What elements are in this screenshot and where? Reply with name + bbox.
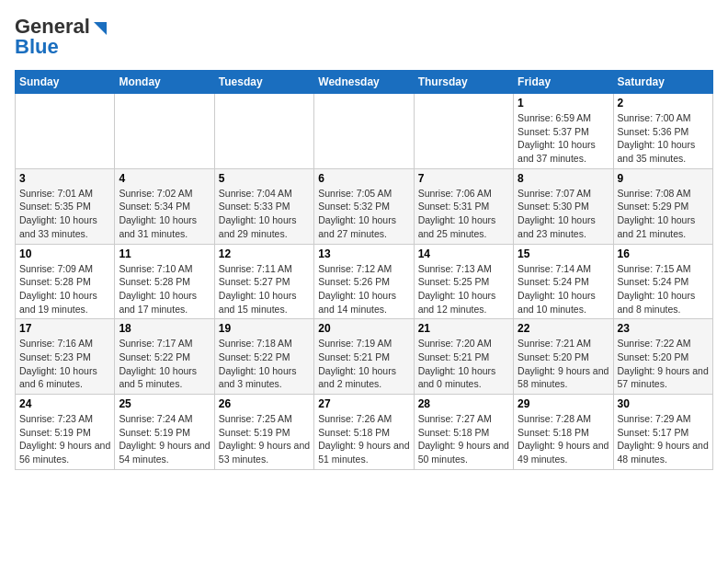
calendar-cell [16,94,115,169]
calendar-cell: 20Sunrise: 7:19 AM Sunset: 5:21 PM Dayli… [314,319,414,395]
calendar-cell: 12Sunrise: 7:11 AM Sunset: 5:27 PM Dayli… [214,244,313,319]
day-info: Sunrise: 6:59 AM Sunset: 5:37 PM Dayligh… [518,111,609,166]
calendar-cell: 15Sunrise: 7:14 AM Sunset: 5:24 PM Dayli… [514,244,613,319]
day-info: Sunrise: 7:27 AM Sunset: 5:18 PM Dayligh… [418,412,509,466]
day-number: 12 [219,247,310,260]
calendar-week-row: 1Sunrise: 6:59 AM Sunset: 5:37 PM Daylig… [16,94,713,169]
calendar-week-row: 10Sunrise: 7:09 AM Sunset: 5:28 PM Dayli… [16,244,713,319]
logo: General Blue [15,15,110,59]
calendar-day-header: Sunday [16,71,115,94]
logo-arrow-icon [90,18,110,39]
day-number: 14 [418,247,509,260]
day-info: Sunrise: 7:00 AM Sunset: 5:36 PM Dayligh… [618,111,709,166]
day-info: Sunrise: 7:01 AM Sunset: 5:35 PM Dayligh… [19,187,110,241]
calendar-cell: 3Sunrise: 7:01 AM Sunset: 5:35 PM Daylig… [16,168,115,244]
day-number: 6 [318,172,409,185]
calendar-cell: 17Sunrise: 7:16 AM Sunset: 5:23 PM Dayli… [16,319,115,395]
calendar-cell: 23Sunrise: 7:22 AM Sunset: 5:20 PM Dayli… [613,319,712,395]
day-number: 18 [119,322,210,335]
day-info: Sunrise: 7:07 AM Sunset: 5:30 PM Dayligh… [518,187,609,241]
day-info: Sunrise: 7:12 AM Sunset: 5:26 PM Dayligh… [318,262,409,316]
calendar-cell: 2Sunrise: 7:00 AM Sunset: 5:36 PM Daylig… [613,94,712,169]
day-number: 21 [418,322,509,335]
calendar-cell: 27Sunrise: 7:26 AM Sunset: 5:18 PM Dayli… [314,395,414,470]
day-info: Sunrise: 7:09 AM Sunset: 5:28 PM Dayligh… [19,262,110,316]
calendar-cell: 9Sunrise: 7:08 AM Sunset: 5:29 PM Daylig… [613,168,712,244]
calendar-cell: 13Sunrise: 7:12 AM Sunset: 5:26 PM Dayli… [314,244,414,319]
day-number: 26 [219,397,310,410]
day-info: Sunrise: 7:14 AM Sunset: 5:24 PM Dayligh… [518,262,609,316]
calendar-cell [414,94,513,169]
day-number: 7 [418,172,509,185]
calendar-week-row: 24Sunrise: 7:23 AM Sunset: 5:19 PM Dayli… [16,395,713,470]
logo-blue: Blue [15,35,59,59]
calendar-cell: 28Sunrise: 7:27 AM Sunset: 5:18 PM Dayli… [414,395,513,470]
day-info: Sunrise: 7:05 AM Sunset: 5:32 PM Dayligh… [318,187,409,241]
day-number: 25 [119,397,210,410]
calendar-cell: 4Sunrise: 7:02 AM Sunset: 5:34 PM Daylig… [115,168,214,244]
day-number: 16 [618,247,709,260]
calendar-cell: 25Sunrise: 7:24 AM Sunset: 5:19 PM Dayli… [115,395,214,470]
day-info: Sunrise: 7:10 AM Sunset: 5:28 PM Dayligh… [119,262,210,316]
day-number: 29 [518,397,609,410]
calendar-cell: 26Sunrise: 7:25 AM Sunset: 5:19 PM Dayli… [214,395,313,470]
calendar-cell: 19Sunrise: 7:18 AM Sunset: 5:22 PM Dayli… [214,319,313,395]
day-number: 17 [19,322,110,335]
day-number: 24 [19,397,110,410]
calendar-cell: 16Sunrise: 7:15 AM Sunset: 5:24 PM Dayli… [613,244,712,319]
day-number: 22 [518,322,609,335]
day-number: 4 [119,172,210,185]
day-info: Sunrise: 7:28 AM Sunset: 5:18 PM Dayligh… [518,412,609,466]
calendar-header-row: SundayMondayTuesdayWednesdayThursdayFrid… [16,71,713,94]
calendar-cell: 29Sunrise: 7:28 AM Sunset: 5:18 PM Dayli… [514,395,613,470]
day-number: 19 [219,322,310,335]
day-info: Sunrise: 7:08 AM Sunset: 5:29 PM Dayligh… [618,187,709,241]
day-info: Sunrise: 7:24 AM Sunset: 5:19 PM Dayligh… [119,412,210,466]
day-number: 1 [518,97,609,109]
calendar-day-header: Saturday [613,71,712,94]
day-info: Sunrise: 7:19 AM Sunset: 5:21 PM Dayligh… [318,337,409,391]
page-header: General Blue [15,15,713,59]
day-info: Sunrise: 7:11 AM Sunset: 5:27 PM Dayligh… [219,262,310,316]
calendar-cell: 22Sunrise: 7:21 AM Sunset: 5:20 PM Dayli… [514,319,613,395]
day-number: 15 [518,247,609,260]
calendar-cell: 5Sunrise: 7:04 AM Sunset: 5:33 PM Daylig… [214,168,313,244]
day-info: Sunrise: 7:06 AM Sunset: 5:31 PM Dayligh… [418,187,509,241]
day-info: Sunrise: 7:18 AM Sunset: 5:22 PM Dayligh… [219,337,310,391]
calendar-day-header: Thursday [414,71,513,94]
day-number: 27 [318,397,409,410]
calendar-day-header: Monday [115,71,214,94]
calendar-cell [214,94,313,169]
calendar-cell: 18Sunrise: 7:17 AM Sunset: 5:22 PM Dayli… [115,319,214,395]
day-info: Sunrise: 7:15 AM Sunset: 5:24 PM Dayligh… [618,262,709,316]
calendar-cell: 1Sunrise: 6:59 AM Sunset: 5:37 PM Daylig… [514,94,613,169]
day-info: Sunrise: 7:29 AM Sunset: 5:17 PM Dayligh… [618,412,709,466]
calendar-cell: 11Sunrise: 7:10 AM Sunset: 5:28 PM Dayli… [115,244,214,319]
day-number: 13 [318,247,409,260]
calendar-cell: 14Sunrise: 7:13 AM Sunset: 5:25 PM Dayli… [414,244,513,319]
day-info: Sunrise: 7:13 AM Sunset: 5:25 PM Dayligh… [418,262,509,316]
calendar-day-header: Wednesday [314,71,414,94]
calendar-week-row: 3Sunrise: 7:01 AM Sunset: 5:35 PM Daylig… [16,168,713,244]
day-number: 10 [19,247,110,260]
day-number: 11 [119,247,210,260]
calendar-table: SundayMondayTuesdayWednesdayThursdayFrid… [15,70,713,470]
day-info: Sunrise: 7:17 AM Sunset: 5:22 PM Dayligh… [119,337,210,391]
day-info: Sunrise: 7:21 AM Sunset: 5:20 PM Dayligh… [518,337,609,391]
day-number: 23 [618,322,709,335]
day-number: 3 [19,172,110,185]
day-info: Sunrise: 7:04 AM Sunset: 5:33 PM Dayligh… [219,187,310,241]
calendar-cell [314,94,414,169]
day-info: Sunrise: 7:16 AM Sunset: 5:23 PM Dayligh… [19,337,110,391]
day-info: Sunrise: 7:26 AM Sunset: 5:18 PM Dayligh… [318,412,409,466]
calendar-week-row: 17Sunrise: 7:16 AM Sunset: 5:23 PM Dayli… [16,319,713,395]
calendar-cell: 30Sunrise: 7:29 AM Sunset: 5:17 PM Dayli… [613,395,712,470]
calendar-cell: 7Sunrise: 7:06 AM Sunset: 5:31 PM Daylig… [414,168,513,244]
day-number: 5 [219,172,310,185]
calendar-cell: 10Sunrise: 7:09 AM Sunset: 5:28 PM Dayli… [16,244,115,319]
day-info: Sunrise: 7:02 AM Sunset: 5:34 PM Dayligh… [119,187,210,241]
calendar-day-header: Friday [514,71,613,94]
day-number: 9 [618,172,709,185]
calendar-cell: 21Sunrise: 7:20 AM Sunset: 5:21 PM Dayli… [414,319,513,395]
day-info: Sunrise: 7:25 AM Sunset: 5:19 PM Dayligh… [219,412,310,466]
